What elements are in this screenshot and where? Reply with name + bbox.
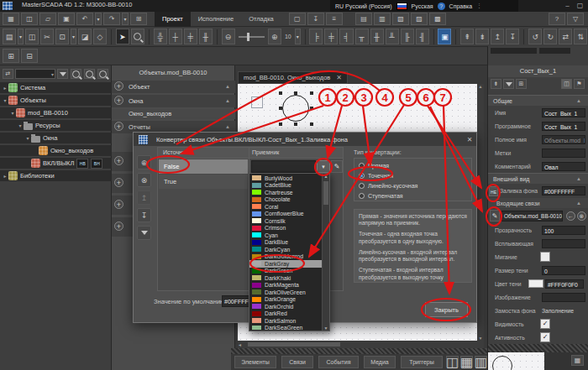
pin-icon[interactable]: ⊞ bbox=[516, 79, 527, 89]
align-middle-icon[interactable]: ╫ bbox=[370, 29, 384, 44]
send-back-icon[interactable]: ⇟ bbox=[475, 29, 489, 44]
same-width-icon[interactable]: ╟ bbox=[401, 29, 414, 44]
align-bottom-icon[interactable]: ╨ bbox=[386, 29, 399, 44]
panel-splitter-hatch[interactable] bbox=[488, 344, 588, 352]
color-option-Chocolate[interactable]: Chocolate bbox=[249, 196, 322, 204]
close-dialog-button[interactable]: Закрыть bbox=[425, 302, 468, 317]
objects-row-Окна[interactable]: +Окна▲ bbox=[112, 95, 235, 107]
view-pairs-icon[interactable]: ◫ bbox=[561, 79, 572, 89]
color-option-DarkOliveGreen[interactable]: DarkOliveGreen bbox=[249, 289, 322, 296]
scrollbar-thumb[interactable] bbox=[323, 181, 328, 205]
fit-content-icon[interactable]: ▩ bbox=[429, 13, 446, 25]
redo-menu-icon[interactable]: ▾ bbox=[122, 13, 129, 25]
align-top-icon[interactable]: ╥ bbox=[355, 29, 369, 44]
sync-tree-icon[interactable]: ⇄ bbox=[3, 69, 13, 79]
color-option-Cornsilk[interactable]: Cornsilk bbox=[249, 217, 322, 225]
edit-pencil-icon[interactable]: ✎ bbox=[490, 210, 500, 221]
scroll-left-icon[interactable]: ◂ bbox=[239, 341, 241, 347]
tree-item-ВКЛ/ВЫКЛ[interactable]: ВКЛ/ВЫКЛНВВН bbox=[0, 158, 112, 169]
color-option-DarkKhaki[interactable]: DarkKhaki bbox=[249, 274, 322, 282]
tree-item-Ресурсы[interactable]: ▾Ресурсы bbox=[0, 120, 112, 131]
tree-item-Система[interactable]: ▸Система bbox=[0, 82, 112, 93]
color-option-DarkMagenta[interactable]: DarkMagenta bbox=[249, 282, 322, 289]
dropdown-scrollbar[interactable]: ▲ ▼ bbox=[322, 174, 329, 331]
ellipse-shape[interactable] bbox=[282, 95, 309, 122]
flag-icon[interactable]: ⚑ bbox=[574, 79, 585, 89]
radio-dot-icon[interactable] bbox=[359, 183, 365, 189]
properties-grid-icon[interactable]: ▦ bbox=[3, 13, 19, 25]
vertical-scrollbar[interactable]: ▲ ▼ bbox=[477, 84, 484, 341]
bring-front-icon[interactable]: ⇞ bbox=[460, 29, 474, 44]
layout-icon[interactable]: ≡ bbox=[326, 13, 343, 25]
property-value-field[interactable]: 0 bbox=[542, 266, 585, 275]
color-option-BurlyWood[interactable]: BurlyWood bbox=[249, 175, 322, 182]
link-remove-icon[interactable]: ⊗ bbox=[577, 211, 586, 221]
add-window-icon[interactable]: ⊟ bbox=[21, 49, 38, 63]
radio-dot-icon[interactable] bbox=[359, 173, 365, 179]
radio-dot-icon[interactable] bbox=[359, 163, 365, 169]
preview-screen-icon[interactable]: ▣ bbox=[438, 29, 451, 44]
color-option-DarkGray[interactable]: DarkGray bbox=[249, 260, 322, 268]
help-circle-icon[interactable]: ? bbox=[549, 13, 565, 25]
project-3d-icon[interactable]: ◫ bbox=[21, 13, 38, 25]
tree-expander-icon[interactable]: ▾ bbox=[17, 122, 24, 128]
target-color-combo[interactable] bbox=[251, 160, 316, 173]
color-swatch[interactable] bbox=[528, 279, 543, 288]
property-value-field[interactable]: Сост_Вых_1 bbox=[542, 122, 585, 131]
space-evenly-icon[interactable]: ▨ bbox=[411, 13, 428, 25]
property-value-field[interactable] bbox=[542, 293, 585, 302]
distribute-v-icon[interactable]: ▥ bbox=[374, 13, 391, 25]
dialog-title-bar[interactable]: Конвертер связи Объекты.ВКЛ/ВЫКЛ-Сост_Вы… bbox=[134, 133, 476, 146]
save-icon[interactable]: ▣ bbox=[58, 13, 75, 25]
square-shape[interactable] bbox=[251, 96, 263, 108]
align-left-icon[interactable]: ╞ bbox=[309, 29, 323, 44]
color-option-DarkCyan[interactable]: DarkCyan bbox=[249, 246, 322, 253]
zoom-out-icon[interactable]: ⊖ bbox=[222, 29, 235, 44]
expand-plus-icon[interactable]: + bbox=[114, 178, 123, 187]
flip-h-icon[interactable]: ⇄ bbox=[559, 29, 572, 44]
color-option-DarkOrchid[interactable]: DarkOrchid bbox=[249, 303, 322, 310]
color-option-DarkRed[interactable]: DarkRed bbox=[249, 310, 322, 318]
tree-expander-icon[interactable]: ▾ bbox=[24, 135, 31, 141]
color-option-DarkBlue[interactable]: DarkBlue bbox=[249, 239, 322, 247]
corner-window-icon[interactable]: ▦ bbox=[571, 355, 584, 366]
tree-item-Окна[interactable]: ▾Окна bbox=[0, 133, 112, 143]
bottom-tab-Связи[interactable]: Связи bbox=[281, 356, 313, 368]
search-icon[interactable] bbox=[71, 69, 81, 79]
expand-plus-icon[interactable]: + bbox=[114, 122, 123, 131]
checkbox[interactable]: ✓ bbox=[540, 332, 550, 342]
open-folder-icon[interactable]: ▱ bbox=[39, 13, 56, 25]
import-icon[interactable]: ↧ bbox=[307, 13, 324, 25]
property-value-field[interactable]: #FFF0F0F0 bbox=[545, 279, 584, 289]
radio-Точечная[interactable]: Точечная bbox=[354, 170, 471, 180]
collapse-caret-icon[interactable]: ▲ bbox=[576, 201, 581, 206]
view-thumbnails-icon[interactable]: ◫ bbox=[446, 356, 459, 367]
radio-Прямая[interactable]: Прямая bbox=[354, 160, 471, 170]
ribbon-tab-Отладка[interactable]: Отладка bbox=[241, 12, 281, 27]
radio-Линейно-кусочная[interactable]: Линейно-кусочная bbox=[354, 180, 471, 190]
same-height-icon[interactable]: ╢ bbox=[416, 29, 429, 44]
move-up-layer-icon[interactable]: ↥ bbox=[491, 29, 504, 44]
zoom-slider[interactable] bbox=[239, 36, 265, 38]
canvas-tab[interactable]: mod_BB-0010. Окно_выходов ✕ bbox=[238, 71, 348, 84]
color-option-Crimson[interactable]: Crimson bbox=[249, 225, 322, 232]
language-label[interactable]: RU Русский (Россия) bbox=[335, 3, 392, 9]
flip-v-icon[interactable]: ⇅ bbox=[574, 29, 587, 44]
align-right-icon[interactable]: ╡ bbox=[339, 29, 353, 44]
paste-special-icon[interactable]: ◪ bbox=[78, 29, 92, 44]
frame-icon[interactable]: ▢ bbox=[289, 13, 306, 25]
property-value-field[interactable]: #00FFFFFF bbox=[542, 186, 585, 195]
search-input[interactable]: ▾ bbox=[15, 69, 55, 79]
restore-button[interactable]: ▢ bbox=[575, 1, 585, 10]
tree-item-Библиотеки[interactable]: ▸Библиотеки bbox=[0, 170, 112, 181]
distribute-h-icon[interactable]: ▤ bbox=[355, 13, 372, 25]
zoom-tool-icon[interactable] bbox=[131, 29, 144, 44]
collapse-caret-icon[interactable]: ▲ bbox=[225, 81, 230, 93]
move-down-layer-icon[interactable]: ↧ bbox=[506, 29, 519, 44]
selected-ellipse-shape[interactable] bbox=[281, 93, 312, 124]
expand-plus-icon[interactable]: + bbox=[114, 156, 123, 165]
checkbox[interactable] bbox=[540, 252, 550, 262]
tree-item-mod_BB-0010[interactable]: ▾mod_BB-0010 bbox=[0, 107, 112, 118]
paste-structure-icon[interactable]: ⊞ bbox=[130, 13, 147, 25]
radio-dot-icon[interactable] bbox=[359, 193, 365, 199]
